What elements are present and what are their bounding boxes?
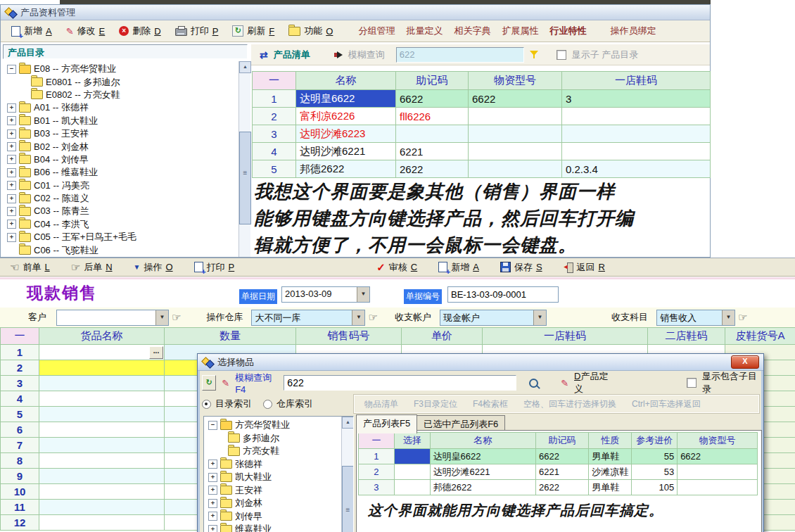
account-select[interactable]: 现金帐户▼ — [440, 310, 547, 326]
tree-item[interactable]: +C04 -- 李洪飞 — [3, 218, 239, 231]
dialog-tree-scrollbar[interactable]: ▲ ≡ — [341, 417, 353, 532]
refresh-button[interactable]: ↻ — [202, 375, 216, 391]
tree-item[interactable]: +C05 -- 王军+日鸟王+毛毛 — [3, 231, 239, 243]
print-button[interactable]: 打印P — [190, 260, 239, 275]
expand-icon[interactable]: + — [7, 142, 16, 151]
subject-select[interactable]: 销售收入▼ — [656, 310, 735, 326]
expand-icon[interactable]: + — [208, 525, 217, 532]
item-name-cell[interactable]: ... — [39, 345, 165, 360]
expand-icon[interactable]: + — [208, 460, 217, 469]
expand-icon[interactable]: + — [208, 499, 217, 508]
expand-icon[interactable]: + — [7, 129, 16, 139]
warehouse-select[interactable]: 大不同一库▼ — [251, 310, 365, 326]
tab-product-list[interactable]: 产品列表F5 — [356, 414, 417, 433]
tree-item[interactable]: +B06 -- 维嘉鞋业 — [3, 166, 239, 179]
dialog-product-row[interactable]: 2 达明沙滩6221 6221 沙滩凉鞋 53 — [359, 464, 758, 480]
menu-batch-define[interactable]: 批量定义 — [402, 25, 446, 37]
print-button[interactable]: 打印P — [170, 23, 224, 39]
tree-item[interactable]: +维嘉鞋业 — [204, 523, 353, 532]
expand-icon[interactable]: + — [7, 233, 16, 242]
expand-icon[interactable]: + — [7, 220, 16, 229]
expand-icon[interactable]: + — [208, 486, 217, 495]
hand-pointer-icon[interactable]: ☞ — [172, 311, 181, 324]
scroll-thumb[interactable]: ≡ — [342, 466, 354, 532]
menu-related-dict[interactable]: 相关字典 — [450, 25, 494, 37]
search-icon[interactable] — [529, 379, 538, 388]
audit-button[interactable]: ✓审核C — [372, 260, 421, 275]
lookup-button[interactable]: ... — [149, 346, 163, 359]
catalog-scrollbar[interactable]: ▲ ≡ — [238, 61, 250, 257]
tree-item[interactable]: +刘传早 — [204, 510, 353, 524]
selected-cell[interactable] — [394, 449, 430, 464]
expand-icon[interactable]: + — [7, 207, 16, 216]
tree-item[interactable]: +B01 -- 凯大鞋业 — [3, 115, 239, 127]
selected-cell[interactable]: 达明皇6622 — [296, 90, 396, 108]
show-sub-checkbox[interactable] — [556, 50, 566, 60]
tree-item[interactable]: 方亮女鞋 — [204, 445, 353, 458]
tree-item[interactable]: +A01 -- 张德祥 — [3, 101, 239, 114]
product-row[interactable]: 3 达明沙滩6223 — [253, 125, 711, 143]
expand-icon[interactable]: + — [7, 155, 16, 164]
expand-icon[interactable]: + — [208, 473, 217, 482]
function-button[interactable]: 功能O — [284, 23, 338, 39]
catalog-index-radio[interactable] — [202, 400, 211, 409]
expand-icon[interactable]: + — [7, 168, 16, 177]
dialog-product-row[interactable]: 3 邦德2622 2622 男单鞋 105 — [359, 480, 758, 495]
tree-item[interactable]: +C02 -- 陈道义 — [3, 192, 239, 205]
customer-select[interactable]: ▼ — [56, 310, 169, 326]
tree-item[interactable]: +C03 -- 陈青兰 — [3, 205, 239, 217]
tree-item[interactable]: −方亮华贸鞋业 — [204, 419, 353, 432]
new-doc-button[interactable]: 新增A — [434, 260, 483, 275]
dropdown-icon[interactable]: ▼ — [357, 287, 369, 302]
add-button[interactable]: 新增A — [6, 23, 57, 39]
close-button[interactable]: X — [731, 355, 759, 369]
scroll-up-icon[interactable]: ▲ — [342, 417, 354, 429]
fuzzy-query-input[interactable] — [396, 47, 524, 63]
prev-doc-button[interactable]: ☜前单L — [6, 260, 54, 275]
filter-icon[interactable] — [530, 50, 538, 59]
expand-icon[interactable]: + — [7, 181, 16, 190]
dropdown-icon[interactable]: ▼ — [155, 310, 168, 325]
expand-icon[interactable]: + — [7, 103, 16, 113]
collapse-icon[interactable]: − — [208, 421, 217, 430]
product-define-link[interactable]: D产品定义 — [574, 370, 613, 395]
scroll-up-icon[interactable]: ▲ — [239, 61, 251, 73]
tree-item[interactable]: +刘金林 — [204, 497, 353, 510]
scroll-thumb[interactable]: ≡ — [239, 132, 251, 224]
product-row[interactable]: 2 富利凉6226 fll6226 — [253, 108, 711, 125]
product-row[interactable]: 1 达明皇6622 6622 6622 3 — [253, 90, 711, 108]
menu-extend-attr[interactable]: 扩展属性 — [498, 25, 542, 37]
menu-operator-bind[interactable]: 操作员绑定 — [606, 25, 659, 37]
save-button[interactable]: 保存S — [496, 260, 547, 275]
expand-icon[interactable]: + — [7, 194, 16, 203]
menu-industry-feature[interactable]: 行业特性 — [546, 25, 590, 37]
next-doc-button[interactable]: ☞后单N — [67, 260, 117, 275]
tree-item[interactable]: +B02 -- 刘金林 — [3, 140, 239, 153]
refresh-button[interactable]: ↻刷新F — [227, 23, 279, 39]
delete-button[interactable]: ×删除D — [114, 23, 165, 39]
tree-item[interactable]: E0801 -- 多邦迪尔 — [3, 75, 239, 88]
edit-button[interactable]: ✎修改E — [61, 23, 110, 39]
tree-item[interactable]: +凯大鞋业 — [204, 471, 353, 484]
hand-pointer-icon[interactable]: ☞ — [738, 311, 747, 324]
tree-item[interactable]: +张德祥 — [204, 458, 353, 471]
doc-date-select[interactable]: 2013-03-09▼ — [281, 286, 370, 303]
doc-number-input[interactable] — [447, 286, 559, 303]
hand-pointer-icon[interactable]: ☞ — [368, 311, 377, 324]
tree-item[interactable]: +B04 -- 刘传早 — [3, 153, 239, 166]
tree-item[interactable]: E0802 -- 方亮女鞋 — [3, 89, 239, 101]
tree-item[interactable]: +B03 -- 王安祥 — [3, 127, 239, 140]
tree-item[interactable]: 多邦迪尔 — [204, 432, 353, 445]
dialog-product-row[interactable]: 1 达明皇6622 6622 男单鞋 55 6622 — [359, 449, 758, 464]
dropdown-icon[interactable]: ▼ — [533, 310, 546, 325]
tree-item[interactable]: +C01 -- 冯美亮 — [3, 179, 239, 192]
dropdown-icon[interactable]: ▼ — [722, 310, 734, 325]
product-row[interactable]: 4 达明沙滩6221 6221 — [253, 143, 711, 160]
operate-button[interactable]: ▼操作O — [129, 260, 177, 275]
collapse-icon[interactable]: − — [7, 65, 16, 74]
fuzzy-query-input[interactable] — [284, 375, 516, 391]
menu-group-manage[interactable]: 分组管理 — [355, 25, 398, 37]
warehouse-index-radio[interactable] — [263, 400, 272, 409]
tree-item[interactable]: +王安祥 — [204, 484, 353, 498]
tree-item[interactable]: C06 -- 飞驼鞋业 — [3, 243, 239, 256]
